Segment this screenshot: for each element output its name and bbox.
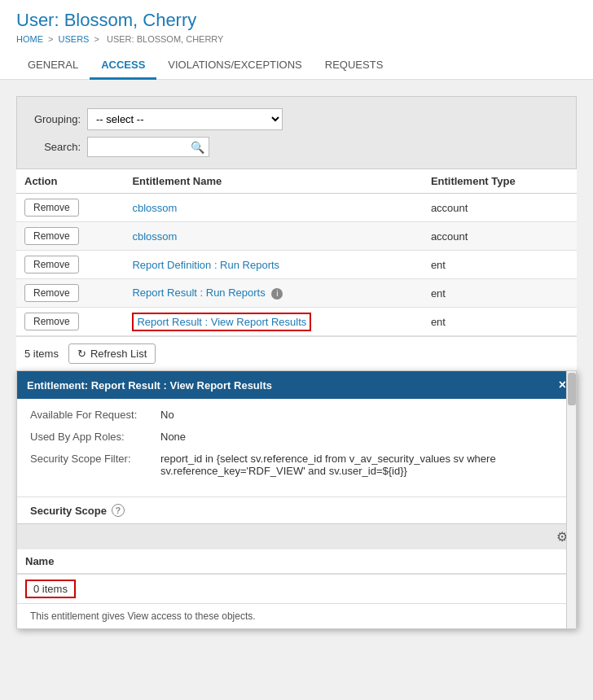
help-icon[interactable]: ? — [112, 504, 125, 517]
scope-col-name: Name — [17, 549, 576, 574]
table-footer: 5 items ↻ Refresh List — [16, 336, 577, 370]
remove-button[interactable]: Remove — [24, 227, 79, 245]
tab-general[interactable]: GENERAL — [16, 52, 90, 80]
page-title: User: Blossom, Cherry — [16, 10, 577, 31]
tab-access[interactable]: ACCESS — [90, 52, 156, 80]
available-for-request-label: Available For Request: — [30, 409, 160, 421]
page-header: User: Blossom, Cherry HOME > USERS > USE… — [0, 0, 593, 80]
security-scope-filter-row: Security Scope Filter: report_id in {sel… — [30, 453, 563, 477]
used-by-app-roles-value: None — [160, 431, 563, 443]
items-count: 5 items — [24, 348, 59, 360]
grouping-label: Grouping: — [30, 113, 87, 125]
search-icon: 🔍 — [191, 141, 204, 154]
search-label: Search: — [30, 141, 87, 153]
breadcrumb-current: USER: BLOSSOM, CHERRY — [107, 34, 223, 44]
entitlement-link[interactable]: Report Definition : Run Reports — [132, 259, 279, 271]
breadcrumb-home[interactable]: HOME — [16, 34, 43, 44]
col-entitlement-type: Entitlement Type — [423, 169, 577, 194]
search-row: Search: 🔍 — [30, 137, 563, 157]
available-for-request-value: No — [160, 409, 563, 421]
scope-table-toolbar: ⚙ — [17, 523, 576, 549]
col-entitlement-name: Entitlement Name — [124, 169, 422, 194]
scrollbar[interactable] — [566, 371, 576, 628]
tab-requests[interactable]: REQUESTS — [314, 52, 395, 80]
table-row: Remove Report Definition : Run Reports e… — [16, 251, 577, 279]
scope-table: Name — [17, 549, 576, 574]
tab-violations[interactable]: VIOLATIONS/EXCEPTIONS — [156, 52, 313, 80]
entitlement-note: This entitlement gives View access to th… — [17, 603, 576, 628]
access-table: Action Entitlement Name Entitlement Type… — [16, 169, 577, 336]
security-scope-section: Security Scope ? — [17, 497, 576, 523]
grouping-select[interactable]: -- select -- — [87, 108, 283, 130]
table-row: Remove cblossom account — [16, 222, 577, 251]
remove-button[interactable]: Remove — [24, 313, 79, 330]
popup-header: Entitlement: Report Result : View Report… — [17, 371, 576, 399]
entitlement-link[interactable]: cblossom — [132, 202, 177, 214]
refresh-label: Refresh List — [90, 348, 147, 360]
popup-body: Available For Request: No Used By App Ro… — [17, 399, 576, 497]
content-area: Grouping: -- select -- Search: 🔍 Action … — [0, 80, 593, 645]
available-for-request-row: Available For Request: No — [30, 409, 563, 421]
scope-items-count: 0 items — [25, 580, 76, 598]
security-scope-label: Security Scope — [30, 505, 107, 517]
table-row: Remove Report Result : View Report Resul… — [16, 308, 577, 336]
scrollbar-thumb[interactable] — [568, 373, 576, 405]
entitlement-link[interactable]: cblossom — [132, 230, 177, 243]
used-by-app-roles-row: Used By App Roles: None — [30, 431, 563, 443]
scope-footer: 0 items — [17, 574, 576, 603]
refresh-icon: ↻ — [77, 348, 86, 360]
breadcrumb: HOME > USERS > USER: BLOSSOM, CHERRY — [16, 34, 577, 44]
tabs: GENERAL ACCESS VIOLATIONS/EXCEPTIONS REQ… — [16, 52, 577, 79]
grouping-row: Grouping: -- select -- — [30, 108, 563, 130]
entitlement-link[interactable]: Report Result : Run Reports — [132, 287, 265, 299]
remove-button[interactable]: Remove — [24, 199, 79, 217]
security-scope-filter-value: report_id in {select sv.reference_id fro… — [160, 453, 563, 477]
entitlement-link-highlighted[interactable]: Report Result : View Report Results — [132, 313, 311, 331]
filter-panel: Grouping: -- select -- Search: 🔍 — [16, 96, 577, 169]
remove-button[interactable]: Remove — [24, 256, 79, 273]
table-header-row: Action Entitlement Name Entitlement Type — [16, 169, 577, 194]
refresh-button[interactable]: ↻ Refresh List — [68, 343, 156, 364]
popup-title: Entitlement: Report Result : View Report… — [27, 379, 272, 392]
used-by-app-roles-label: Used By App Roles: — [30, 431, 160, 443]
breadcrumb-users[interactable]: USERS — [59, 34, 90, 44]
search-input-wrap: 🔍 — [87, 137, 209, 157]
info-icon[interactable]: i — [271, 288, 283, 300]
table-row: Remove Report Result : Run Reports i ent — [16, 279, 577, 308]
col-action: Action — [16, 169, 124, 194]
entitlement-popup: Entitlement: Report Result : View Report… — [16, 370, 577, 629]
popup-close-button[interactable]: × — [559, 378, 566, 392]
security-scope-filter-label: Security Scope Filter: — [30, 453, 160, 477]
remove-button[interactable]: Remove — [24, 284, 79, 302]
table-row: Remove cblossom account — [16, 194, 577, 222]
